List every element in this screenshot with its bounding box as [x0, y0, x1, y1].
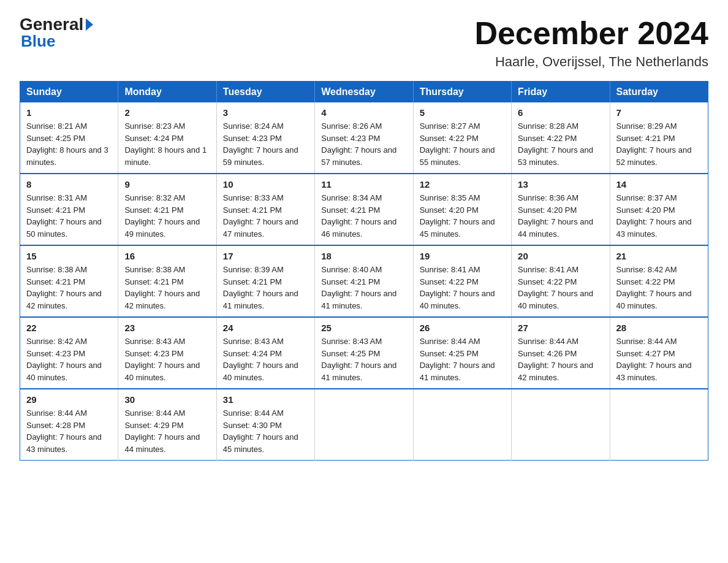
- table-row: 5 Sunrise: 8:27 AM Sunset: 4:22 PM Dayli…: [413, 102, 511, 174]
- day-number: 29: [26, 394, 112, 405]
- day-info: Sunrise: 8:42 AM Sunset: 4:22 PM Dayligh…: [616, 264, 702, 312]
- table-row: [315, 389, 413, 461]
- day-number: 2: [124, 107, 210, 118]
- table-row: 27 Sunrise: 8:44 AM Sunset: 4:26 PM Dayl…: [512, 317, 610, 389]
- day-info: Sunrise: 8:42 AM Sunset: 4:23 PM Dayligh…: [26, 335, 112, 383]
- logo-arrow-icon: [86, 18, 93, 31]
- table-row: 28 Sunrise: 8:44 AM Sunset: 4:27 PM Dayl…: [610, 317, 708, 389]
- table-row: 26 Sunrise: 8:44 AM Sunset: 4:25 PM Dayl…: [413, 317, 511, 389]
- day-number: 12: [420, 179, 505, 190]
- page-title: December 2024: [474, 15, 708, 52]
- table-row: 11 Sunrise: 8:34 AM Sunset: 4:21 PM Dayl…: [315, 174, 413, 245]
- header: General Blue December 2024 Haarle, Overi…: [20, 15, 708, 70]
- day-info: Sunrise: 8:43 AM Sunset: 4:25 PM Dayligh…: [321, 335, 406, 383]
- day-info: Sunrise: 8:32 AM Sunset: 4:21 PM Dayligh…: [124, 192, 210, 240]
- day-number: 15: [26, 251, 112, 261]
- day-number: 18: [321, 251, 406, 261]
- table-row: 24 Sunrise: 8:43 AM Sunset: 4:24 PM Dayl…: [216, 317, 314, 389]
- header-thursday: Thursday: [413, 82, 511, 103]
- day-info: Sunrise: 8:38 AM Sunset: 4:21 PM Dayligh…: [124, 264, 210, 312]
- day-number: 27: [518, 323, 603, 333]
- day-info: Sunrise: 8:44 AM Sunset: 4:27 PM Dayligh…: [616, 335, 702, 383]
- day-info: Sunrise: 8:29 AM Sunset: 4:21 PM Dayligh…: [616, 120, 702, 168]
- calendar-table: Sunday Monday Tuesday Wednesday Thursday…: [20, 81, 708, 461]
- day-number: 19: [420, 251, 505, 261]
- day-number: 11: [321, 179, 406, 190]
- table-row: 1 Sunrise: 8:21 AM Sunset: 4:25 PM Dayli…: [20, 102, 118, 174]
- table-row: 8 Sunrise: 8:31 AM Sunset: 4:21 PM Dayli…: [20, 174, 118, 245]
- day-number: 13: [518, 179, 603, 190]
- day-info: Sunrise: 8:35 AM Sunset: 4:20 PM Dayligh…: [420, 192, 505, 240]
- table-row: 12 Sunrise: 8:35 AM Sunset: 4:20 PM Dayl…: [413, 174, 511, 245]
- day-info: Sunrise: 8:40 AM Sunset: 4:21 PM Dayligh…: [321, 264, 406, 312]
- table-row: 9 Sunrise: 8:32 AM Sunset: 4:21 PM Dayli…: [118, 174, 216, 245]
- day-info: Sunrise: 8:28 AM Sunset: 4:22 PM Dayligh…: [518, 120, 603, 168]
- day-number: 20: [518, 251, 603, 261]
- table-row: 15 Sunrise: 8:38 AM Sunset: 4:21 PM Dayl…: [20, 245, 118, 317]
- day-number: 22: [26, 323, 112, 333]
- day-info: Sunrise: 8:43 AM Sunset: 4:24 PM Dayligh…: [223, 335, 308, 383]
- table-row: 21 Sunrise: 8:42 AM Sunset: 4:22 PM Dayl…: [610, 245, 708, 317]
- table-row: 18 Sunrise: 8:40 AM Sunset: 4:21 PM Dayl…: [315, 245, 413, 317]
- table-row: [610, 389, 708, 461]
- table-row: 29 Sunrise: 8:44 AM Sunset: 4:28 PM Dayl…: [20, 389, 118, 461]
- table-row: 13 Sunrise: 8:36 AM Sunset: 4:20 PM Dayl…: [512, 174, 610, 245]
- table-row: 3 Sunrise: 8:24 AM Sunset: 4:23 PM Dayli…: [216, 102, 314, 174]
- day-info: Sunrise: 8:38 AM Sunset: 4:21 PM Dayligh…: [26, 264, 112, 312]
- day-info: Sunrise: 8:44 AM Sunset: 4:26 PM Dayligh…: [518, 335, 603, 383]
- day-number: 28: [616, 323, 702, 333]
- table-row: 31 Sunrise: 8:44 AM Sunset: 4:30 PM Dayl…: [216, 389, 314, 461]
- table-row: 7 Sunrise: 8:29 AM Sunset: 4:21 PM Dayli…: [610, 102, 708, 174]
- table-row: 6 Sunrise: 8:28 AM Sunset: 4:22 PM Dayli…: [512, 102, 610, 174]
- day-info: Sunrise: 8:41 AM Sunset: 4:22 PM Dayligh…: [420, 264, 505, 312]
- day-info: Sunrise: 8:34 AM Sunset: 4:21 PM Dayligh…: [321, 192, 406, 240]
- logo-blue: Blue: [21, 32, 55, 51]
- day-info: Sunrise: 8:44 AM Sunset: 4:25 PM Dayligh…: [420, 335, 505, 383]
- table-row: 25 Sunrise: 8:43 AM Sunset: 4:25 PM Dayl…: [315, 317, 413, 389]
- calendar-header-row: Sunday Monday Tuesday Wednesday Thursday…: [20, 82, 708, 103]
- day-number: 25: [321, 323, 406, 333]
- day-info: Sunrise: 8:33 AM Sunset: 4:21 PM Dayligh…: [223, 192, 308, 240]
- table-row: 16 Sunrise: 8:38 AM Sunset: 4:21 PM Dayl…: [118, 245, 216, 317]
- table-row: 30 Sunrise: 8:44 AM Sunset: 4:29 PM Dayl…: [118, 389, 216, 461]
- day-number: 31: [223, 394, 308, 405]
- day-number: 4: [321, 107, 406, 118]
- day-number: 10: [223, 179, 308, 190]
- logo-area: General Blue: [20, 15, 93, 51]
- table-row: 14 Sunrise: 8:37 AM Sunset: 4:20 PM Dayl…: [610, 174, 708, 245]
- day-number: 17: [223, 251, 308, 261]
- day-info: Sunrise: 8:44 AM Sunset: 4:29 PM Dayligh…: [124, 407, 210, 455]
- header-tuesday: Tuesday: [216, 82, 314, 103]
- day-number: 5: [420, 107, 505, 118]
- title-area: December 2024 Haarle, Overijssel, The Ne…: [474, 15, 708, 70]
- header-wednesday: Wednesday: [315, 82, 413, 103]
- table-row: [512, 389, 610, 461]
- day-info: Sunrise: 8:21 AM Sunset: 4:25 PM Dayligh…: [26, 120, 112, 168]
- day-number: 26: [420, 323, 505, 333]
- table-row: 22 Sunrise: 8:42 AM Sunset: 4:23 PM Dayl…: [20, 317, 118, 389]
- day-info: Sunrise: 8:23 AM Sunset: 4:24 PM Dayligh…: [124, 120, 210, 168]
- day-number: 7: [616, 107, 702, 118]
- header-sunday: Sunday: [20, 82, 118, 103]
- day-info: Sunrise: 8:41 AM Sunset: 4:22 PM Dayligh…: [518, 264, 603, 312]
- day-info: Sunrise: 8:27 AM Sunset: 4:22 PM Dayligh…: [420, 120, 505, 168]
- day-info: Sunrise: 8:26 AM Sunset: 4:23 PM Dayligh…: [321, 120, 406, 168]
- day-info: Sunrise: 8:31 AM Sunset: 4:21 PM Dayligh…: [26, 192, 112, 240]
- day-number: 3: [223, 107, 308, 118]
- header-friday: Friday: [512, 82, 610, 103]
- day-number: 30: [124, 394, 210, 405]
- day-number: 6: [518, 107, 603, 118]
- table-row: 17 Sunrise: 8:39 AM Sunset: 4:21 PM Dayl…: [216, 245, 314, 317]
- header-saturday: Saturday: [610, 82, 708, 103]
- calendar-week-row: 1 Sunrise: 8:21 AM Sunset: 4:25 PM Dayli…: [20, 102, 708, 174]
- day-number: 23: [124, 323, 210, 333]
- day-number: 14: [616, 179, 702, 190]
- table-row: 19 Sunrise: 8:41 AM Sunset: 4:22 PM Dayl…: [413, 245, 511, 317]
- location-subtitle: Haarle, Overijssel, The Netherlands: [474, 54, 708, 70]
- table-row: 20 Sunrise: 8:41 AM Sunset: 4:22 PM Dayl…: [512, 245, 610, 317]
- day-number: 24: [223, 323, 308, 333]
- table-row: 4 Sunrise: 8:26 AM Sunset: 4:23 PM Dayli…: [315, 102, 413, 174]
- day-number: 21: [616, 251, 702, 261]
- table-row: [413, 389, 511, 461]
- header-monday: Monday: [118, 82, 216, 103]
